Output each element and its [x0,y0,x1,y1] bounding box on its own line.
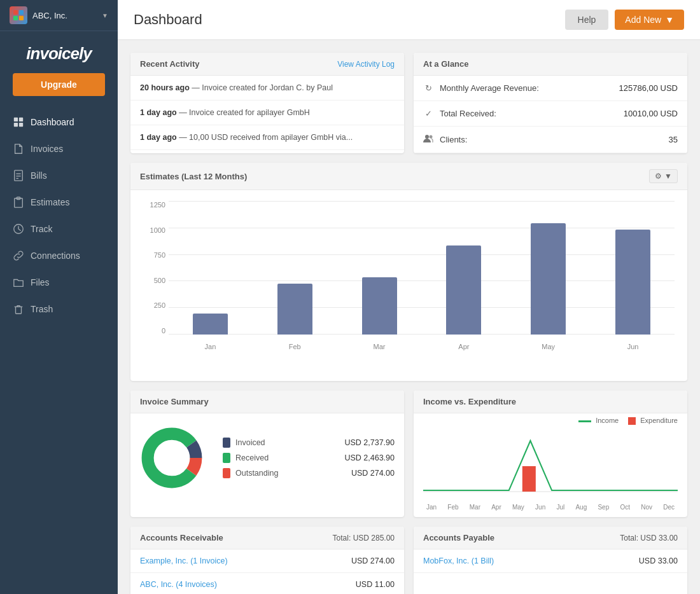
sidebar-item-label: Estimates [31,197,69,207]
recent-activity-header: Recent Activity View Activity Log [130,53,404,76]
donut-container: Invoiced USD 2,737.90 Received USD 2,463… [130,413,404,502]
donut-chart [140,426,204,490]
company-icon [10,6,27,24]
estimates-chart-card: Estimates (Last 12 Months) ⚙ ▼ 1250 1000… [130,163,687,381]
sidebar-item-track[interactable]: Track [0,216,118,242]
clock-icon [13,223,24,235]
gear-button[interactable]: ⚙ ▼ [649,169,678,183]
sidebar-item-label: Track [31,224,52,234]
ap-row: MobFox, Inc. (1 Bill) USD 33.00 [414,549,687,573]
brand-logo: invoicely [26,31,91,73]
dashboard-content: Recent Activity View Activity Log 20 hou… [118,40,700,594]
svg-rect-0 [13,10,18,15]
invoice-summary-card: Invoice Summary [130,390,404,517]
ar-row: ABC, Inc. (4 Invoices) USD 11.00 [130,573,404,594]
page-title: Dashboard [134,11,202,28]
sidebar-item-label: Invoices [31,144,63,154]
sidebar-item-bills[interactable]: Bills [0,162,118,189]
topbar: Dashboard Help Add New ▼ [118,0,700,40]
estimates-header: Estimates (Last 12 Months) ⚙ ▼ [130,163,687,190]
activity-item: 1 day ago — Invoice created for apilayer… [130,100,404,125]
gear-icon: ⚙ [655,172,662,181]
check-icon: ✓ [423,109,433,118]
accounts-row: Accounts Receivable Total: USD 285.00 Ex… [130,527,687,594]
legend-invoiced: Invoiced USD 2,737.90 [223,438,395,448]
sidebar-item-label: Files [31,277,50,287]
ar-header: Accounts Receivable Total: USD 285.00 [130,527,404,549]
income-chart: JanFebMarAprMay JunJulAugSepOct NovDec [414,428,687,517]
ar-total: Total: USD 285.00 [333,534,395,542]
svg-rect-23 [522,466,536,492]
company-name: ABC, Inc. [32,11,67,20]
glance-clients: Clients: 35 [414,127,687,153]
y-axis: 1250 1000 750 500 250 0 [143,201,169,335]
svg-rect-3 [19,16,24,20]
legend-outstanding: Outstanding USD 274.00 [223,468,395,478]
ar-row: Example, Inc. (1 Invoice) USD 274.00 [130,549,404,573]
main-content: Dashboard Help Add New ▼ Recent Activity… [118,0,700,594]
invoice-summary-title: Invoice Summary [140,397,209,406]
bar-apr: Apr [422,201,505,335]
ap-header: Accounts Payable Total: USD 33.00 [414,527,687,549]
topbar-actions: Help Add New ▼ [565,10,684,30]
sidebar-item-label: Trash [31,304,53,314]
income-legend-row: Income Expenditure [414,413,687,428]
income-vs-expenditure-card: Income vs. Expenditure Income Expenditur… [414,390,687,517]
folder-icon [13,277,24,288]
svg-rect-1 [19,10,24,15]
sidebar-item-label: Dashboard [31,117,74,127]
invoice-summary-header: Invoice Summary [130,390,404,413]
estimates-title: Estimates (Last 12 Months) [140,172,247,181]
svg-rect-7 [19,123,23,127]
activity-item: 20 hours ago — Invoice created for Jorda… [130,76,404,100]
nav-menu: Dashboard Invoices Bills Estimates [0,109,118,322]
trash-icon [13,303,24,315]
view-activity-log-link[interactable]: View Activity Log [337,60,395,69]
add-new-button[interactable]: Add New ▼ [615,10,684,30]
chevron-down-icon: ▼ [102,12,108,19]
bar-feb: Feb [253,201,337,335]
at-a-glance-title: At a Glance [423,59,469,69]
middle-row: Invoice Summary [130,390,687,517]
svg-rect-6 [14,123,18,127]
svg-point-21 [157,443,187,473]
ar-title: Accounts Receivable [140,533,223,542]
bar-mar: Mar [338,201,421,335]
ap-title: Accounts Payable [423,533,494,542]
upgrade-button[interactable]: Upgrade [13,73,105,96]
sidebar-item-dashboard[interactable]: Dashboard [0,109,118,135]
link-icon [13,250,24,261]
income-header: Income vs. Expenditure [414,390,687,413]
at-a-glance-header: At a Glance [414,53,687,76]
clipboard-icon [13,197,24,208]
invoice-legend: Invoiced USD 2,737.90 Received USD 2,463… [223,438,395,478]
svg-rect-5 [19,118,23,121]
sidebar-item-connections[interactable]: Connections [0,242,118,269]
chevron-down-icon: ▼ [664,172,672,181]
company-selector[interactable]: ABC, Inc. ▼ [0,0,118,31]
grid-icon [13,116,24,128]
svg-point-16 [425,135,429,139]
sidebar-item-files[interactable]: Files [0,269,118,296]
svg-point-17 [430,135,433,139]
svg-rect-2 [13,16,18,20]
sidebar-item-invoices[interactable]: Invoices [0,135,118,162]
bar-jan: Jan [169,201,252,335]
clients-icon [423,134,433,145]
recent-activity-title: Recent Activity [140,59,199,69]
sidebar-item-label: Bills [31,170,47,181]
accounts-payable-card: Accounts Payable Total: USD 33.00 MobFox… [414,527,687,594]
sidebar-item-estimates[interactable]: Estimates [0,189,118,216]
recent-activity-card: Recent Activity View Activity Log 20 hou… [130,53,404,153]
svg-rect-15 [16,307,22,314]
ap-total: Total: USD 33.00 [620,534,678,542]
income-title: Income vs. Expenditure [423,397,516,406]
document-icon [13,170,24,181]
at-a-glance-card: At a Glance ↻ Monthly Average Revenue: 1… [414,53,687,153]
activity-item: 1 day ago — 10,00 USD received from apil… [130,125,404,150]
estimates-chart: 1250 1000 750 500 250 0 [130,190,687,381]
help-button[interactable]: Help [565,10,609,30]
sidebar-item-trash[interactable]: Trash [0,296,118,322]
accounts-receivable-card: Accounts Receivable Total: USD 285.00 Ex… [130,527,404,594]
legend-received: Received USD 2,463.90 [223,453,395,463]
